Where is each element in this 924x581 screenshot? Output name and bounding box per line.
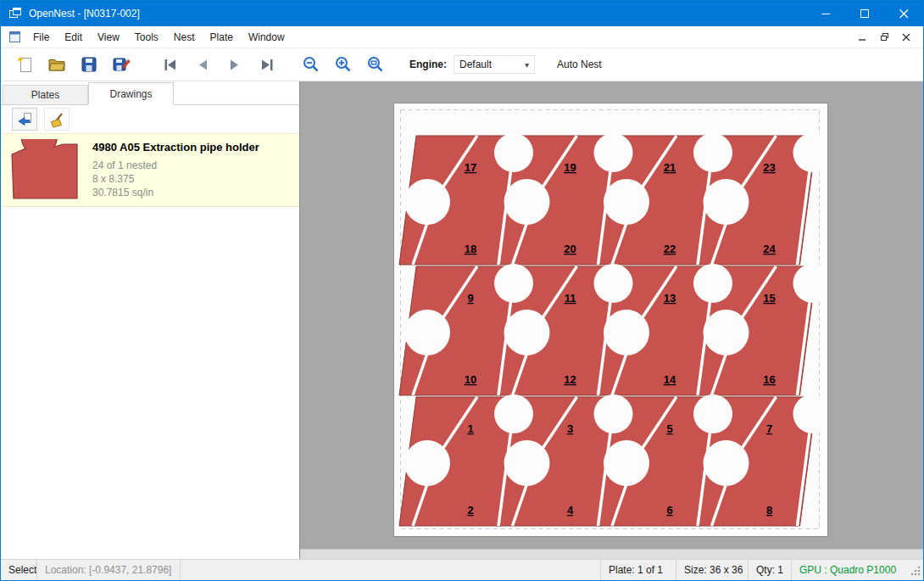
tab-drawings[interactable]: Drawings bbox=[88, 82, 174, 104]
page-arrow-left-icon bbox=[16, 111, 33, 128]
window-title: OpenNest - [N0317-002] bbox=[29, 8, 140, 20]
part-number-label: 20 bbox=[564, 243, 576, 255]
main-area: Plates Drawings bbox=[1, 81, 923, 559]
status-gpu: GPU : Quadro P1000 bbox=[792, 560, 910, 580]
part-number-label: 19 bbox=[564, 161, 576, 174]
status-location: Location: [-0.9437, 21.8796] bbox=[37, 560, 180, 580]
zoom-out-icon bbox=[302, 55, 320, 74]
zoom-out-button[interactable] bbox=[298, 52, 325, 77]
pipe-notch bbox=[494, 264, 533, 303]
close-button[interactable] bbox=[884, 1, 923, 26]
nest-svg: 171819202122232491011121314151612345678 bbox=[394, 103, 827, 536]
part-number-label: 13 bbox=[664, 292, 676, 304]
pipe-notch bbox=[404, 440, 450, 486]
mdi-minimize-button[interactable] bbox=[852, 29, 872, 46]
drawing-list-item[interactable]: 4980 A05 Extraction pipe holder 24 of 1 … bbox=[1, 133, 299, 207]
pipe-notch bbox=[494, 394, 533, 433]
pipe-notch bbox=[594, 394, 633, 433]
status-qty: Qty: 1 bbox=[749, 560, 791, 580]
next-icon bbox=[225, 55, 244, 74]
save-as-button[interactable] bbox=[108, 52, 135, 77]
part-number-label: 17 bbox=[465, 161, 476, 174]
engine-value: Default bbox=[459, 59, 492, 70]
save-icon bbox=[80, 55, 98, 74]
auto-nest-button[interactable]: Auto Nest bbox=[548, 53, 610, 75]
save-button[interactable] bbox=[75, 52, 103, 77]
send-to-plate-button[interactable] bbox=[12, 108, 37, 131]
status-size: Size: 36 x 36 bbox=[676, 560, 748, 580]
menu-item-window[interactable]: Window bbox=[241, 27, 292, 47]
tab-plates[interactable]: Plates bbox=[3, 85, 88, 104]
part-number-label: 2 bbox=[467, 504, 473, 517]
part-number-label: 4 bbox=[567, 504, 574, 517]
minimize-button[interactable] bbox=[806, 1, 845, 26]
pipe-notch bbox=[504, 179, 550, 225]
save-edit-icon bbox=[112, 55, 131, 74]
part-number-label: 7 bbox=[766, 422, 772, 435]
part-number-label: 18 bbox=[465, 243, 476, 255]
toolbar: Engine: Default ▾ Auto Nest bbox=[1, 48, 923, 81]
part-number-label: 3 bbox=[567, 422, 573, 435]
pipe-notch bbox=[704, 440, 749, 486]
menu-item-nest[interactable]: Nest bbox=[166, 27, 203, 47]
app-icon bbox=[8, 7, 22, 20]
zoom-in-button[interactable] bbox=[330, 52, 357, 77]
menu-item-view[interactable]: View bbox=[90, 27, 127, 47]
plate: 171819202122232491011121314151612345678 bbox=[393, 103, 828, 537]
drawing-nested-count: 24 of 1 nested bbox=[92, 159, 259, 172]
menu-bar: File Edit View Tools Nest Plate Window bbox=[1, 26, 923, 48]
menu-item-file[interactable]: File bbox=[25, 27, 57, 47]
engine-select[interactable]: Default ▾ bbox=[454, 55, 535, 74]
first-icon bbox=[161, 55, 180, 74]
part-number-label: 11 bbox=[565, 292, 576, 304]
sidebar-toolbar bbox=[1, 105, 299, 133]
document-icon bbox=[8, 31, 21, 43]
pipe-notch bbox=[693, 394, 732, 433]
pipe-notch bbox=[594, 133, 633, 172]
part-number-label: 14 bbox=[664, 373, 676, 386]
tab-strip: Plates Drawings bbox=[1, 81, 299, 104]
menu-item-plate[interactable]: Plate bbox=[203, 27, 241, 47]
status-divider bbox=[180, 560, 181, 580]
drawing-dimensions: 8 x 8.375 bbox=[92, 172, 259, 186]
horizontal-scrollbar[interactable] bbox=[300, 549, 923, 559]
maximize-button[interactable] bbox=[845, 1, 884, 26]
broom-icon bbox=[48, 111, 65, 128]
mdi-close-button[interactable] bbox=[896, 29, 916, 46]
nest-canvas[interactable]: 171819202122232491011121314151612345678 bbox=[299, 81, 923, 559]
pipe-notch bbox=[404, 310, 450, 355]
open-button[interactable] bbox=[43, 52, 70, 77]
part-thumbnail bbox=[8, 139, 82, 202]
pipe-notch bbox=[693, 264, 732, 303]
engine-label: Engine: bbox=[409, 59, 447, 70]
previous-icon bbox=[193, 55, 212, 74]
status-mode: Select bbox=[1, 560, 36, 580]
first-record-button[interactable] bbox=[157, 52, 184, 77]
menu-item-edit[interactable]: Edit bbox=[57, 27, 90, 47]
previous-record-button[interactable] bbox=[189, 52, 216, 77]
part-number-label: 21 bbox=[664, 161, 676, 174]
zoom-fit-icon bbox=[366, 55, 385, 74]
drawing-area: 30.7815 sq/in bbox=[92, 186, 259, 199]
pipe-notch bbox=[504, 310, 550, 355]
pipe-notch bbox=[604, 440, 649, 486]
part-number-label: 16 bbox=[763, 373, 775, 386]
new-button[interactable] bbox=[11, 52, 38, 77]
new-document-icon bbox=[15, 55, 34, 74]
drawing-title: 4980 A05 Extraction pipe holder bbox=[92, 141, 259, 154]
last-icon bbox=[258, 55, 276, 74]
last-record-button[interactable] bbox=[253, 52, 281, 77]
zoom-fit-button[interactable] bbox=[362, 52, 389, 77]
pipe-notch bbox=[693, 133, 732, 172]
part-number-label: 15 bbox=[763, 292, 775, 304]
mdi-restore-button[interactable] bbox=[874, 29, 894, 46]
sidebar: Plates Drawings bbox=[1, 81, 299, 559]
menu-item-tools[interactable]: Tools bbox=[127, 27, 166, 47]
next-record-button[interactable] bbox=[221, 52, 248, 77]
pipe-notch bbox=[594, 264, 633, 303]
part-number-label: 10 bbox=[465, 373, 476, 386]
pipe-notch bbox=[604, 310, 649, 355]
clear-button[interactable] bbox=[44, 108, 70, 131]
resize-grip[interactable] bbox=[910, 566, 923, 580]
pipe-notch bbox=[404, 179, 450, 225]
